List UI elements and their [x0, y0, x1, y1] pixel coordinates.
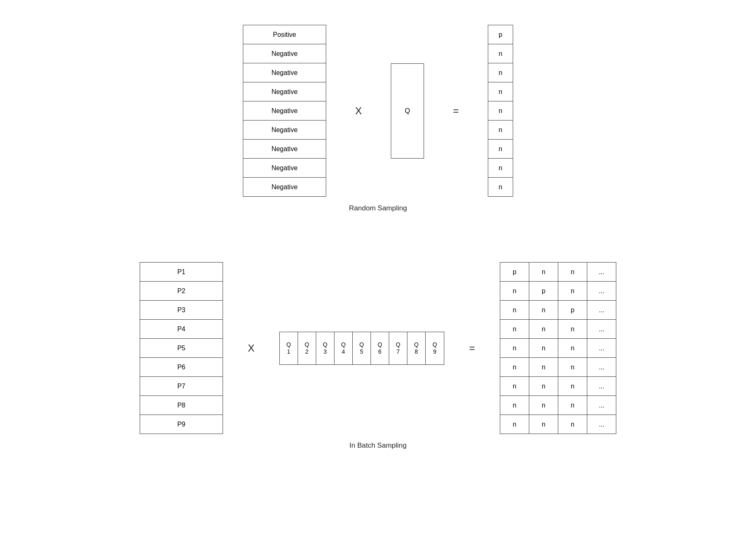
table-cell: P5: [140, 339, 223, 358]
table-cell: p: [558, 301, 587, 320]
top-equals: =: [453, 105, 459, 117]
q-column-cell: Q6: [371, 332, 389, 364]
top-section: PositiveNegativeNegativeNegativeNegative…: [0, 25, 756, 197]
table-cell: ...: [587, 263, 616, 282]
table-cell: Negative: [243, 178, 326, 197]
table-cell: ...: [587, 301, 616, 320]
bottom-diagram: P1P2P3P4P5P6P7P8P9 X Q1Q2Q3Q4Q5Q6Q7Q8Q9 …: [0, 229, 756, 450]
bottom-section: P1P2P3P4P5P6P7P8P9 X Q1Q2Q3Q4Q5Q6Q7Q8Q9 …: [0, 262, 756, 434]
table-cell: P1: [140, 263, 223, 282]
bottom-q-matrix: Q1Q2Q3Q4Q5Q6Q7Q8Q9: [279, 332, 444, 365]
table-cell: n: [529, 358, 558, 377]
q-column-cell: Q9: [426, 332, 444, 364]
top-q-matrix: Q: [391, 63, 424, 159]
table-cell: n: [529, 415, 558, 434]
table-cell: n: [488, 82, 513, 101]
table-cell: Negative: [243, 82, 326, 101]
table-cell: n: [558, 339, 587, 358]
table-cell: P4: [140, 320, 223, 339]
table-cell: n: [488, 44, 513, 63]
table-cell: P6: [140, 358, 223, 377]
table-cell: n: [558, 415, 587, 434]
table-cell: n: [529, 339, 558, 358]
table-cell: n: [529, 396, 558, 415]
table-cell: n: [500, 358, 529, 377]
table-cell: n: [558, 396, 587, 415]
q-column-cell: Q2: [298, 332, 316, 364]
table-cell: n: [500, 339, 529, 358]
top-caption: Random Sampling: [349, 204, 407, 212]
table-cell: ...: [587, 377, 616, 396]
table-cell: Negative: [243, 159, 326, 178]
table-cell: p: [488, 25, 513, 44]
table-cell: n: [529, 320, 558, 339]
table-cell: n: [558, 282, 587, 301]
table-cell: n: [500, 377, 529, 396]
bottom-caption: In Batch Sampling: [349, 441, 407, 450]
table-cell: P3: [140, 301, 223, 320]
table-cell: n: [488, 101, 513, 121]
main-container: PositiveNegativeNegativeNegativeNegative…: [0, 0, 756, 540]
table-cell: n: [500, 301, 529, 320]
q-column-cell: Q1: [280, 332, 298, 364]
table-cell: Negative: [243, 140, 326, 159]
table-cell: Negative: [243, 44, 326, 63]
table-cell: ...: [587, 358, 616, 377]
table-cell: n: [558, 358, 587, 377]
top-right-matrix: pnnnnnnnn: [488, 25, 513, 197]
top-diagram: PositiveNegativeNegativeNegativeNegative…: [0, 17, 756, 212]
table-cell: P8: [140, 396, 223, 415]
table-cell: Negative: [243, 63, 326, 82]
q-column-cell: Q8: [407, 332, 426, 364]
table-cell: n: [529, 263, 558, 282]
table-cell: p: [529, 282, 558, 301]
q-column-cell: Q3: [316, 332, 334, 364]
table-cell: n: [488, 159, 513, 178]
bottom-result-matrix: pnn...npn...nnp...nnn...nnn...nnn...nnn.…: [500, 262, 616, 434]
q-column-cell: Q7: [389, 332, 407, 364]
table-cell: n: [558, 263, 587, 282]
table-cell: n: [500, 320, 529, 339]
top-left-matrix: PositiveNegativeNegativeNegativeNegative…: [243, 25, 326, 197]
table-cell: n: [500, 282, 529, 301]
table-cell: n: [488, 178, 513, 197]
bottom-equals: =: [469, 342, 475, 354]
top-operator: X: [355, 105, 362, 117]
table-cell: n: [529, 377, 558, 396]
q-column-cell: Q4: [334, 332, 353, 364]
table-cell: n: [558, 377, 587, 396]
table-cell: ...: [587, 320, 616, 339]
table-cell: ...: [587, 415, 616, 434]
table-cell: ...: [587, 396, 616, 415]
table-cell: n: [488, 63, 513, 82]
bottom-operator: X: [248, 342, 254, 354]
q-box: Q: [391, 63, 424, 159]
table-cell: n: [500, 396, 529, 415]
table-cell: n: [500, 415, 529, 434]
table-cell: n: [488, 140, 513, 159]
table-cell: n: [488, 121, 513, 140]
table-cell: Negative: [243, 101, 326, 121]
table-cell: P7: [140, 377, 223, 396]
table-cell: ...: [587, 282, 616, 301]
table-cell: Negative: [243, 121, 326, 140]
q-column-cell: Q5: [353, 332, 371, 364]
table-cell: Positive: [243, 25, 326, 44]
table-cell: P9: [140, 415, 223, 434]
table-cell: p: [500, 263, 529, 282]
table-cell: ...: [587, 339, 616, 358]
table-cell: n: [558, 320, 587, 339]
table-cell: n: [529, 301, 558, 320]
table-cell: P2: [140, 282, 223, 301]
bottom-left-matrix: P1P2P3P4P5P6P7P8P9: [140, 262, 223, 434]
